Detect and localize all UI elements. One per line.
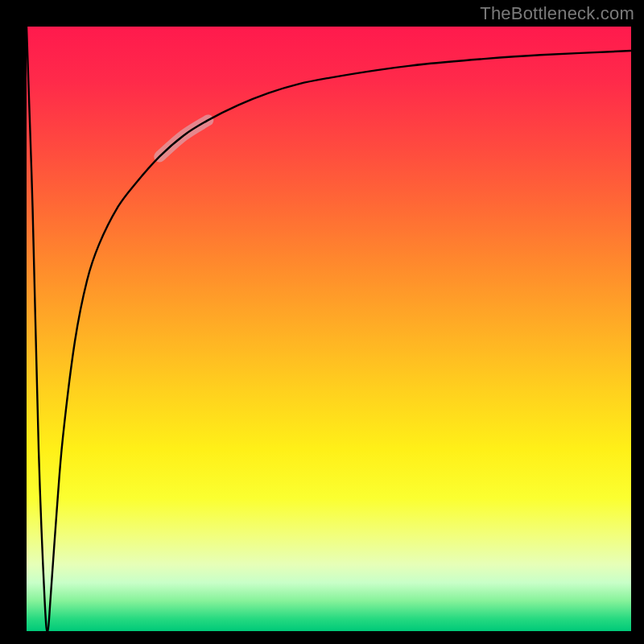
watermark-text: TheBottleneck.com — [480, 3, 634, 24]
chart-frame: TheBottleneck.com — [0, 0, 644, 644]
bottleneck-curve — [27, 27, 631, 631]
curve-layer — [27, 27, 631, 631]
highlight-segment — [159, 120, 208, 156]
plot-area — [27, 27, 631, 631]
